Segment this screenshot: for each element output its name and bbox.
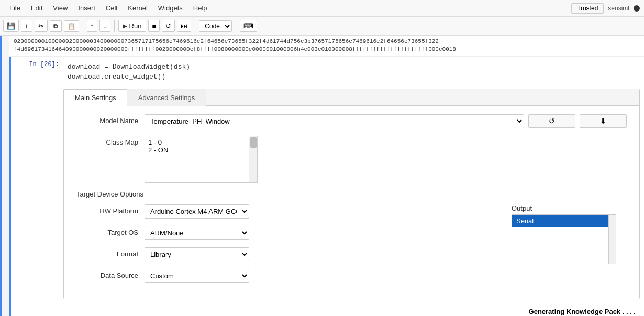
refresh-icon: ↺ [549,117,555,125]
code-line-1: download = DownloadWidget(dsk) [68,62,640,72]
run-label: Run [129,22,142,30]
copy-icon: ⧉ [53,23,58,30]
class-map-scrollbar [249,136,258,183]
run-button[interactable]: ▶ Run [118,20,147,32]
keyboard-icon: ⌨ [243,22,253,30]
kernel-name: sensiml [608,5,629,12]
cell-in-label: In [20]: [11,57,63,316]
class-map-label: Class Map [76,136,145,146]
device-options-right: Output Serial [512,204,627,290]
output-listbox[interactable]: Serial [512,214,616,264]
download-icon: ⬇ [600,117,606,125]
data-source-control: Custom [145,269,496,283]
stop-icon: ■ [152,22,156,30]
menubar-right: Trusted sensiml [571,3,640,14]
format-label: Format [76,247,145,258]
fast-forward-button[interactable]: ⏭ [177,20,191,32]
target-os-row: Target OS ARM/None [76,226,496,240]
output-listbox-scrollbar [608,215,616,264]
separator-1 [83,20,83,32]
menu-cell[interactable]: Cell [101,3,123,13]
notebook: 0200000001000000200000034000000073657171… [0,36,644,316]
menu-insert[interactable]: Insert [73,3,101,13]
class-map-area: 1 - 0 2 - ON [145,136,258,183]
fast-forward-icon: ⏭ [181,22,187,30]
notebook-content[interactable]: 0200000001000000200000034000000073657171… [9,36,644,316]
refresh-model-button[interactable]: ↺ [528,114,575,128]
scrollbar-thumb [250,137,257,148]
model-name-select[interactable]: Temperature_PH_Window [145,114,524,128]
toolbar: 💾 + ✂ ⧉ 📋 ↑ ↓ ▶ Run ■ ↺ ⏭ Code ⌨ [0,17,644,36]
device-options: HW Platform Arduino Cortex M4 ARM GCC : [76,204,627,290]
generating-message: Generating Knowledge Pack . . . . [63,303,644,316]
hw-platform-control: Arduino Cortex M4 ARM GCC : [145,204,496,219]
cut-button[interactable]: ✂ [35,20,48,32]
output-label: Output [512,204,627,212]
cell-code: download = DownloadWidget(dsk) download.… [63,60,644,84]
tab-bar: Main Settings Advanced Settings [64,89,639,106]
save-icon: 💾 [7,22,15,30]
output-item-serial[interactable]: Serial [512,215,616,227]
menu-edit[interactable]: Edit [26,3,48,13]
download-model-button[interactable]: ⬇ [580,114,627,128]
data-source-select[interactable]: Custom [145,269,249,283]
menu-file[interactable]: File [4,3,26,13]
menu-view[interactable]: View [48,3,73,13]
active-cell-indicator [0,36,2,316]
tab-main-settings[interactable]: Main Settings [64,89,127,106]
cell-sidebar [0,36,9,316]
play-icon: ▶ [123,23,127,29]
move-down-button[interactable]: ↓ [99,20,110,32]
kernel-status-dot [634,5,640,12]
menu-help[interactable]: Help [188,3,213,13]
copy-button[interactable]: ⧉ [50,20,62,32]
model-name-label: Model Name [76,114,145,125]
menu-kernel[interactable]: Kernel [123,3,153,13]
separator-4 [236,20,236,32]
class-map-control: 1 - 0 2 - ON [145,136,627,183]
cell-20: In [20]: download = DownloadWidget(dsk) … [9,57,644,316]
hex-output: 0200000001000000200000034000000073657171… [9,36,644,57]
target-os-label: Target OS [76,226,145,236]
code-line-2: download.create_widget() [68,72,640,82]
keyboard-shortcut-button[interactable]: ⌨ [240,20,257,32]
separator-3 [195,20,195,32]
target-device-header: Target Device Options [76,190,627,198]
menu-widgets[interactable]: Widgets [153,3,188,13]
cell-type-select[interactable]: Code [199,20,232,32]
target-os-control: ARM/None [145,226,496,240]
move-up-button[interactable]: ↑ [87,20,98,32]
model-name-row: Model Name Temperature_PH_Window ↺ [76,114,627,128]
cut-icon: ✂ [38,22,44,30]
data-source-label: Data Source [76,269,145,279]
stop-button[interactable]: ■ [148,20,160,32]
hw-platform-row: HW Platform Arduino Cortex M4 ARM GCC : [76,204,496,219]
data-source-row: Data Source Custom [76,269,496,283]
device-options-left: HW Platform Arduino Cortex M4 ARM GCC : [76,204,496,290]
restart-icon: ↺ [165,22,171,30]
paste-button[interactable]: 📋 [64,20,79,32]
format-select[interactable]: Library [145,247,249,261]
hex-line-1: 0200000001000000200000034000000073657171… [14,38,640,46]
hw-platform-label: HW Platform [76,204,145,215]
format-control: Library [145,247,496,261]
hw-platform-select[interactable]: Arduino Cortex M4 ARM GCC : [145,204,249,219]
format-row: Format Library [76,247,496,261]
restart-button[interactable]: ↺ [162,20,175,32]
hex-line-2: f4d696173416464090000000020000000fffffff… [14,46,640,53]
add-cell-button[interactable]: + [21,20,32,32]
model-name-input-row: Temperature_PH_Window ↺ ⬇ [145,114,627,128]
menubar: File Edit View Insert Cell Kernel Widget… [0,0,644,17]
class-map-row: Class Map 1 - 0 2 - ON [76,136,627,183]
trusted-button[interactable]: Trusted [571,3,604,14]
cell-content[interactable]: download = DownloadWidget(dsk) download.… [63,57,644,316]
paste-icon: 📋 [68,23,75,30]
tab-advanced-settings[interactable]: Advanced Settings [127,89,206,106]
move-down-icon: ↓ [103,22,107,30]
move-up-icon: ↑ [91,22,94,30]
target-os-select[interactable]: ARM/None [145,226,249,240]
save-button[interactable]: 💾 [3,20,19,32]
class-map-textarea[interactable]: 1 - 0 2 - ON [145,136,249,183]
separator-2 [114,20,115,32]
add-icon: + [25,22,29,30]
